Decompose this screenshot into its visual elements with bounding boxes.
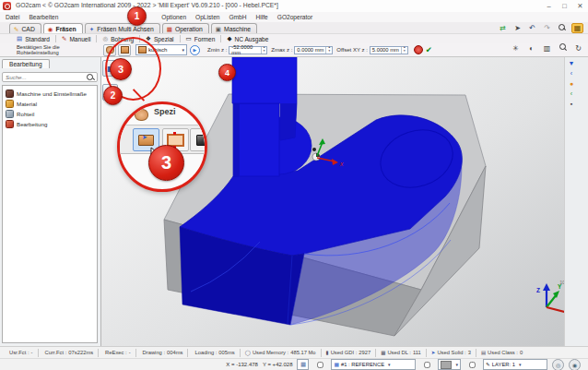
menu-datei[interactable]: Datei [6, 14, 19, 20]
status-value: 3 [468, 350, 471, 355]
grid-toggle-button[interactable]: ▦ [297, 359, 309, 370]
group-bohrung[interactable]: ◎Bohrung [99, 35, 137, 42]
machine-setup-icon [6, 90, 14, 98]
machining-icon [6, 120, 14, 128]
tab-label: Operation [175, 26, 203, 32]
menu-oplisten[interactable]: OpListen [195, 14, 219, 20]
magnifier-glyph [559, 43, 567, 51]
search-box[interactable] [2, 72, 98, 82]
maximize-button[interactable]: □ [557, 0, 572, 11]
stock-shape-select[interactable]: kubisch▾ [135, 44, 187, 55]
close-button[interactable]: ✕ [572, 0, 588, 11]
origin-x-label: x [339, 161, 344, 167]
group-formen[interactable]: ▭Formen [182, 35, 219, 42]
material-icon [6, 100, 14, 108]
apply-stock-button[interactable]: ▶ [190, 45, 200, 55]
zmin-field[interactable]: -52.0000 mm▲▼ [229, 46, 267, 54]
layer-select[interactable]: ✎LAYER: 1▾ [483, 359, 547, 370]
bin-icon[interactable]: ▥ [542, 44, 552, 53]
status-label: ReExec : [105, 350, 127, 355]
chevron-down-icon: ▾ [455, 362, 458, 367]
group-standard[interactable]: ▤Standard [13, 35, 53, 42]
zoom-icon[interactable] [557, 24, 567, 33]
zmin-value: -52.0000 mm [231, 44, 260, 55]
reference-select[interactable]: ▦#1 : REFERENCE▾ [331, 359, 416, 370]
process-tree: Maschine und Einstellmaße Material Rohte… [2, 85, 98, 343]
filter-icon[interactable]: ▼ [567, 60, 576, 66]
settings-icon[interactable]: ✳ [511, 44, 521, 53]
status-value: 111 [413, 350, 421, 355]
color-select[interactable]: ▾ [438, 359, 461, 370]
undo-icon[interactable]: ↶ [527, 24, 537, 32]
status-used-class: ▤Used Class :0 [476, 349, 527, 357]
menu-bearbeiten[interactable]: Bearbeiten [29, 14, 58, 20]
record-icon[interactable] [414, 45, 423, 54]
group-manuell[interactable]: ✎Manuell [58, 35, 95, 42]
layer-checkbox[interactable] [469, 362, 476, 368]
coordinate-bar: X = -132.478 Y = +42.028 ▦ ▦#1 : REFEREN… [0, 358, 588, 370]
status-value: 07s222ms [68, 350, 93, 355]
part-post-stem-shade [233, 103, 240, 176]
reference-checkbox[interactable] [317, 362, 323, 368]
collapse-left-icon[interactable]: ‹ [567, 70, 576, 77]
drill-icon: ◎ [102, 35, 108, 42]
tree-label: Bearbeitung [17, 121, 47, 127]
zmin-label: Zmin z : [207, 47, 227, 53]
separator [220, 35, 221, 42]
status-usr-fct: Usr.Fct :- [3, 349, 39, 357]
shade-icon[interactable]: ◐ [526, 44, 536, 53]
menu-gmbh[interactable]: GmbH [229, 14, 246, 20]
callout-badge-1: 1 [127, 6, 147, 26]
spinner[interactable]: ▲▼ [325, 47, 332, 54]
zmax-field[interactable]: 0.0000 mm▲▼ [294, 46, 333, 54]
reference-icon: ▦ [334, 362, 338, 367]
snap-button[interactable]: ◎ [552, 359, 564, 370]
world-button[interactable]: ◉ [569, 359, 581, 370]
sidebar-tab-bearbeitung[interactable]: Bearbeitung [2, 59, 50, 68]
tree-item-material[interactable]: Material [3, 99, 97, 109]
dark-tool-icon[interactable]: ▪ [567, 101, 576, 107]
grid-tool-icon[interactable]: ▦ [571, 23, 583, 33]
status-used-solid: ➤Used Solid :3 [427, 349, 476, 357]
group-label: Manuell [69, 36, 90, 42]
part-post-cap-facet [280, 103, 297, 140]
stock-box-button[interactable] [118, 44, 131, 56]
tab-label: CAD [21, 26, 34, 32]
gdi-icon: ▮ [326, 350, 329, 355]
search-input[interactable] [6, 74, 87, 80]
offset-xy-field[interactable]: 5.0000 mm▲▼ [370, 46, 408, 54]
status-curr-fct: Curr.Fct :07s222ms [39, 349, 100, 357]
spinner[interactable]: ▲▼ [401, 47, 407, 54]
stock-pick-button[interactable] [103, 44, 116, 56]
redo-icon[interactable]: ↷ [542, 24, 552, 32]
separator [55, 35, 56, 42]
quick-toolbar-top: ⇄ ➤ ↶ ↷ ▦ [498, 23, 583, 33]
status-value: - [129, 350, 131, 355]
orange-tool-icon[interactable]: ● [567, 80, 576, 87]
menu-go2operator[interactable]: GO2operator [277, 14, 312, 20]
status-used-memory: ◯Used Memory :485.17 Mo [241, 349, 322, 357]
magnified-stock-solid-button[interactable] [190, 128, 207, 151]
menu-hilfe[interactable]: Hilfe [256, 14, 268, 20]
menu-optionen[interactable]: Optionen [161, 14, 186, 20]
color-checkbox[interactable] [424, 362, 430, 368]
rotate-icon[interactable]: ↻ [573, 44, 583, 53]
spinner[interactable]: ▲▼ [261, 47, 267, 54]
viewport-3d[interactable]: x 10 mm Z Y X [101, 57, 564, 346]
chevron-down-icon: ▾ [388, 362, 391, 367]
pointer-icon[interactable]: ➤ [512, 24, 523, 32]
tree-item-rohteil[interactable]: Rohteil [3, 109, 97, 119]
collapse-left-green-icon[interactable]: ‹ [567, 90, 576, 97]
tree-item-bearbeitung[interactable]: Bearbeitung [3, 119, 97, 129]
tree-item-maschine[interactable]: Maschine und Einstellmaße [3, 89, 97, 99]
cursor-y-readout: Y = +42.028 [263, 362, 293, 367]
tab-label: Fräsen [55, 26, 76, 32]
swap-icon[interactable]: ⇄ [498, 24, 508, 32]
confirm-check-button[interactable]: ✔ [426, 45, 432, 54]
group-nc-ausgabe[interactable]: ◆NC Ausgabe [223, 35, 272, 42]
group-spezial[interactable]: ❖Spezial [142, 35, 177, 42]
machine-icon: ▣ [216, 26, 221, 33]
zoom-plus-icon[interactable] [558, 43, 568, 53]
minimize-button[interactable]: – [541, 0, 557, 11]
separator [139, 35, 140, 42]
